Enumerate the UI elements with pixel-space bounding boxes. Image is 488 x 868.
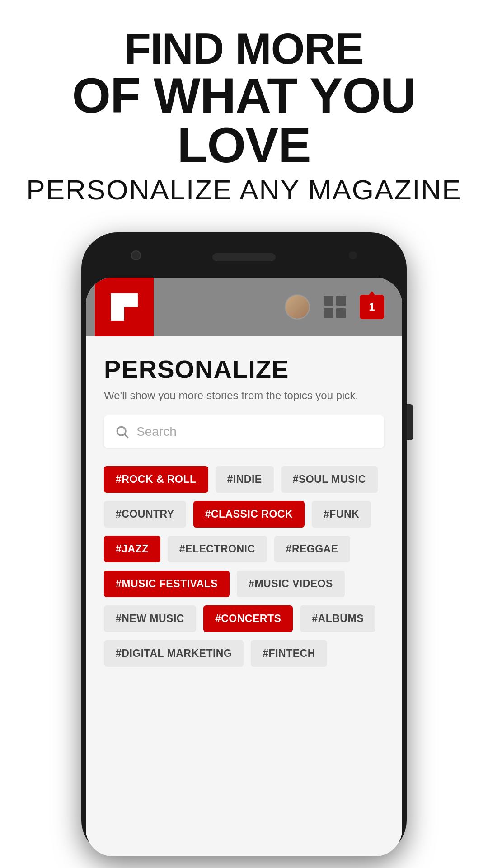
tag-new-music[interactable]: #NEW MUSIC <box>104 605 196 632</box>
phone-speaker <box>212 253 276 261</box>
phone-front-camera <box>349 251 357 259</box>
headline-sub: PERSONALIZE ANY MAGAZINE <box>18 175 470 205</box>
tags-row-4: #MUSIC FESTIVALS #MUSIC VIDEOS <box>104 571 384 597</box>
personalize-title: PERSONALIZE <box>104 354 384 384</box>
tags-row-2: #COUNTRY #CLASSIC ROCK #FUNK <box>104 501 384 528</box>
phone-device: 1 PERSONALIZE We'll show you more storie… <box>81 232 407 856</box>
tag-indie[interactable]: #INDIE <box>216 466 274 493</box>
tag-funk[interactable]: #FUNK <box>312 501 371 528</box>
page-header: FIND MORE OF WHAT YOU LOVE PERSONALIZE A… <box>0 0 488 223</box>
tag-classic-rock[interactable]: #CLASSIC ROCK <box>193 501 305 528</box>
tag-electronic[interactable]: #ELECTRONIC <box>168 536 267 562</box>
flipboard-f-icon <box>111 293 138 321</box>
tag-country[interactable]: #COUNTRY <box>104 501 186 528</box>
tags-row-1: #ROCK & ROLL #INDIE #SOUL MUSIC <box>104 466 384 493</box>
user-avatar[interactable] <box>285 294 310 320</box>
flipboard-logo <box>95 278 154 336</box>
app-content: PERSONALIZE We'll show you more stories … <box>86 336 402 856</box>
grid-view-button[interactable] <box>324 296 346 318</box>
tags-row-5: #NEW MUSIC #CONCERTS #ALBUMS <box>104 605 384 632</box>
personalize-subtitle: We'll show you more stories from the top… <box>104 389 384 402</box>
svg-line-1 <box>125 434 128 438</box>
tags-row-6: #DIGITAL MARKETING #FINTECH <box>104 640 384 667</box>
tag-music-videos[interactable]: #MUSIC VIDEOS <box>237 571 345 597</box>
app-navbar: 1 <box>86 278 402 336</box>
tags-container: #ROCK & ROLL #INDIE #SOUL MUSIC #COUNTRY… <box>104 466 384 667</box>
tag-music-festivals[interactable]: #MUSIC FESTIVALS <box>104 571 230 597</box>
tags-row-3: #JAZZ #ELECTRONIC #REGGAE <box>104 536 384 562</box>
tag-jazz[interactable]: #JAZZ <box>104 536 160 562</box>
search-bar[interactable]: Search <box>104 415 384 448</box>
headline-love: OF WHAT YOU LOVE <box>18 71 470 170</box>
phone-power-button <box>407 404 413 440</box>
tag-reggae[interactable]: #REGGAE <box>274 536 350 562</box>
tag-albums[interactable]: #ALBUMS <box>300 605 375 632</box>
phone-wrapper: 1 PERSONALIZE We'll show you more storie… <box>0 223 488 856</box>
tag-digital-marketing[interactable]: #DIGITAL MARKETING <box>104 640 244 667</box>
tag-soul-music[interactable]: #SOUL MUSIC <box>281 466 378 493</box>
notification-count: 1 <box>369 301 375 313</box>
phone-screen: 1 PERSONALIZE We'll show you more storie… <box>86 278 402 856</box>
grid-cell-4 <box>336 308 346 318</box>
grid-cell-3 <box>324 308 333 318</box>
phone-camera <box>131 250 141 260</box>
search-input-placeholder: Search <box>136 425 177 439</box>
tag-rock-roll[interactable]: #ROCK & ROLL <box>104 466 208 493</box>
tag-fintech[interactable]: #FINTECH <box>251 640 327 667</box>
headline-find: FIND MORE <box>18 27 470 71</box>
tag-concerts[interactable]: #CONCERTS <box>203 605 293 632</box>
notification-button[interactable]: 1 <box>360 295 384 319</box>
grid-cell-1 <box>324 296 333 306</box>
grid-cell-2 <box>336 296 346 306</box>
svg-point-0 <box>117 427 126 436</box>
phone-top-bezel <box>86 237 402 278</box>
avatar-image <box>286 295 309 319</box>
search-icon <box>115 425 129 439</box>
header-icons: 1 <box>285 294 393 320</box>
page-wrapper: FIND MORE OF WHAT YOU LOVE PERSONALIZE A… <box>0 0 488 856</box>
